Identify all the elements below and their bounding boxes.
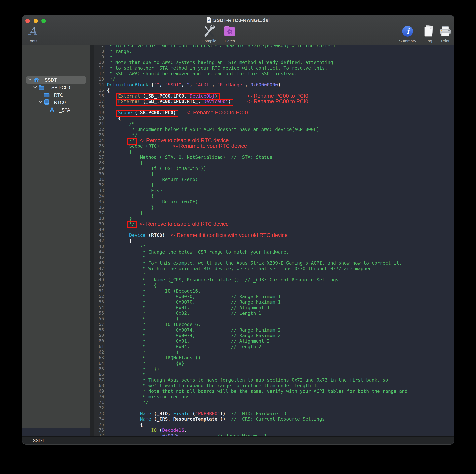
line-number: 69 [89,389,104,394]
desktop-background: SSDT-RTC0-RANGE.dsl A Fonts [0,0,476,474]
line-number: 15 [89,87,104,93]
line-number: 65 [89,366,104,372]
line-number: 52 [89,294,104,299]
code-line: */ [107,221,407,227]
line-number: 43 [89,244,104,249]
code-line: * 0x0074, // Range Minimum 2 [107,327,407,333]
line-number: 27 [89,154,104,160]
line-number: 77 [89,433,104,436]
sidebar-item-ssdt[interactable]: SSDT [22,76,89,84]
line-number: 67 [89,377,104,383]
line-number: 76 [89,427,104,433]
code-line: External (_SB_.PC00.LPC0, DeviceObj) [107,93,407,99]
line-number: 13 [89,76,104,82]
chevron-down-icon[interactable] [38,101,42,104]
toolbar-label: Patch [218,39,242,43]
line-number: 40 [89,227,104,232]
code-line: * 0x0074, // Range Maximum 2 [107,333,407,338]
code-line: * To resolve this, we'll want to create … [107,45,407,49]
code-line: */ [107,76,407,82]
code-line: { [107,160,407,166]
line-number: 55 [89,310,104,316]
code-line: * 0x0070, // Range Minimum 1 [107,294,407,299]
sidebar-item-sta[interactable]: _STA [22,106,89,114]
line-number: 57 [89,322,104,327]
code-line: * Uncomment below if your ACPI doesn't h… [107,127,407,132]
code-line: DefinitionBlock ("", "SSDT", 2, "ACDT", … [107,82,407,87]
code-line: 0x0070, // Range Minimum 1 [107,433,407,436]
code-line: Method (_STA, 0, NotSerialized) // _STA:… [107,154,407,160]
code-line: * {8} [107,361,407,366]
code-line: * missing regions. [107,394,407,400]
code-line: If (_OSI ("Darwin")) [107,166,407,171]
line-number: 73 [89,411,104,416]
sidebar-item-rtc0[interactable]: RTC0 [22,99,89,106]
acpi-tree-sidebar: SSDT _SB.PC00.L... RTC [22,45,89,428]
line-number: 24 [89,138,104,143]
code-line [107,227,407,232]
code-line: * [107,271,407,277]
code-line: { [107,238,407,244]
window-chrome: SSDT-RTC0-RANGE.dsl A Fonts [22,15,454,45]
line-number: 16 [89,93,104,99]
code-line: Return (Zero) [107,177,407,182]
line-number: 56 [89,316,104,322]
code-line: * }) [107,366,407,372]
status-bar: SSDT [22,436,454,444]
code-line: * 0x01, // Alignment 1 [107,305,407,310]
line-number: 51 [89,288,104,294]
code-line: * { [107,283,407,288]
line-number: 45 [89,255,104,260]
code-line: * [107,54,407,60]
code-line: Scope (_SB.PC00.LPC0) [107,110,407,115]
code-line: IO (Decode16, [107,427,407,433]
toolbar-button-summary[interactable]: i Summary [396,24,420,44]
line-number: 14 [89,82,104,87]
chevron-down-icon[interactable] [28,78,32,82]
code-line: /* [107,138,407,143]
toolbar-button-patch[interactable]: Patch [218,24,242,44]
line-number: 23 [89,132,104,138]
code-line [107,104,407,110]
code-line: * ) [107,349,407,355]
code-line: Scope (RTC) [107,143,407,149]
code-line: Return (0x0F) [107,199,407,204]
line-number: 63 [89,355,104,361]
code-line: } [107,210,407,216]
line-number: 28 [89,160,104,166]
line-number: 35 [89,199,104,204]
sidebar-item-sb-pc00[interactable]: _SB.PC00.L... [22,84,89,91]
line-number: 37 [89,210,104,216]
code-line: { [107,115,407,121]
line-number: 25 [89,143,104,149]
folder-icon [39,85,45,91]
summary-info-icon: i [396,24,420,38]
code-line: } [107,204,407,210]
code-editor[interactable]: 7891011121314151617181920212223242526272… [89,45,454,436]
toolbar-button-print[interactable]: Print [433,24,454,44]
line-number: 61 [89,344,104,349]
code-line: * SSDT-AWAC should be removed and instea… [107,71,407,76]
line-number: 70 [89,394,104,400]
line-number: 74 [89,416,104,422]
code-line: { [107,422,407,427]
line-number: 12 [89,71,104,76]
sidebar-item-rtc[interactable]: RTC [22,92,89,99]
line-number: 48 [89,271,104,277]
status-path: SSDT [33,438,45,443]
line-number: 31 [89,177,104,182]
line-number: 32 [89,182,104,188]
line-number-gutter: 7891011121314151617181920212223242526272… [89,45,104,436]
window-title-row: SSDT-RTC0-RANGE.dsl [22,17,454,23]
code-line: { [107,171,407,177]
toolbar-button-compile[interactable]: Compile [197,24,221,44]
line-number: 26 [89,149,104,154]
line-number: 50 [89,283,104,288]
toolbar-button-fonts[interactable]: A Fonts [23,24,42,44]
code-line: /* [107,121,407,127]
code-line: } [107,216,407,221]
line-number: 60 [89,338,104,344]
chevron-down-icon[interactable] [33,85,37,89]
line-number: 64 [89,361,104,366]
line-number: 17 [89,99,104,104]
